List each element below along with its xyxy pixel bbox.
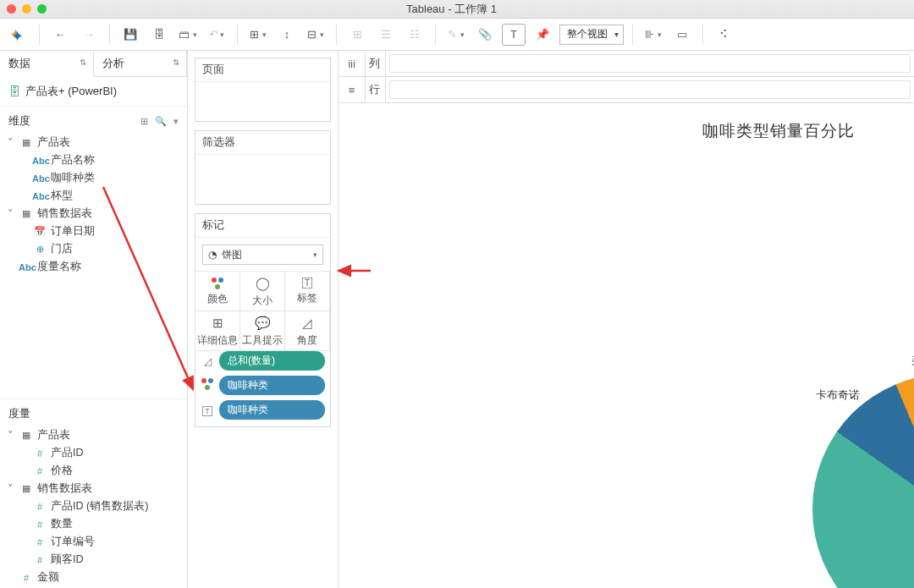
datasource-name: 产品表+ (PowerBI)	[25, 84, 117, 99]
save-button[interactable]: 💾	[118, 24, 142, 46]
tree-item[interactable]: ⊕门店	[0, 240, 187, 258]
marks-grid: 颜色 ◯大小 T标签 ⊞详细信息 💬工具提示 ◿角度	[195, 272, 330, 351]
clear-button[interactable]: ⊟▾	[304, 24, 328, 46]
slice-label: 卡布奇诺	[816, 387, 860, 403]
refresh-button[interactable]: 🗃▾	[176, 24, 200, 46]
show-me-button[interactable]: ⊪▾	[641, 24, 665, 46]
toolbar: ← → 💾 🗄 🗃▾ ↶▾ ⊞▾ ↕ ⊟▾ ⊞ ☰ ☷ ✎▾ 📎 T 📌 整个视…	[0, 19, 914, 51]
tree-item[interactable]: Abc度量名称	[0, 258, 187, 276]
dimensions-header: 维度 ⊞ 🔍 ▾	[0, 107, 187, 132]
chart-title: 咖啡类型销量百分比	[653, 120, 904, 142]
angle-icon: ◿	[302, 316, 312, 331]
color-icon	[212, 278, 223, 289]
tree-item[interactable]: #产品ID (销售数据表)	[0, 497, 187, 515]
dimensions-tree: ˅▦产品表Abc产品名称Abc咖啡种类Abc杯型˅▦销售数据表📅订单日期⊕门店A…	[0, 132, 187, 278]
tree-item[interactable]: Abc咖啡种类	[0, 169, 187, 187]
cards-column: 页面 筛选器 标记 ◔饼图 ▾ 颜色 ◯大小 T标签 ⊞详细信息 💬工具提示 ◿…	[188, 51, 339, 588]
tableau-logo-icon[interactable]	[7, 24, 30, 46]
main: 数据⇅ 分析⇅ 🗄 产品表+ (PowerBI) 维度 ⊞ 🔍 ▾ ˅▦产品表A…	[0, 51, 914, 588]
tree-item[interactable]: Abc杯型	[0, 187, 187, 205]
marks-pill-list: ◿总和(数量)咖啡种类T咖啡种类	[195, 351, 330, 426]
group-button[interactable]: ⊞	[345, 24, 369, 46]
tree-item[interactable]: #产品ID	[0, 444, 187, 462]
tree-item[interactable]: #数量	[0, 515, 187, 533]
tree-item[interactable]: ˅▦产品表	[0, 134, 187, 151]
pages-card[interactable]: 页面	[195, 58, 331, 122]
rows-icon: ≡	[339, 77, 366, 102]
window-controls	[7, 4, 47, 14]
pill-icon: T	[201, 404, 214, 416]
canvas[interactable]: 咖啡类型销量百分比 卡布奇诺美式摩卡拿铁	[339, 103, 914, 588]
pill-icon	[201, 378, 214, 393]
filters-card[interactable]: 筛选器	[195, 130, 331, 205]
presentation-icon[interactable]: ▭	[670, 24, 694, 46]
swap-rows-cols-button[interactable]: ⊞▾	[246, 24, 270, 46]
sort-asc-button[interactable]: ↕	[275, 24, 299, 46]
marks-tooltip[interactable]: 💬工具提示	[240, 310, 285, 351]
titlebar: Tableau - 工作簿 1	[0, 0, 914, 19]
tooltip-icon: 💬	[255, 316, 271, 331]
forward-button[interactable]: →	[77, 24, 101, 46]
highlight-button[interactable]: ✎▾	[444, 24, 468, 46]
measures-tree: ˅▦产品表#产品ID#价格˅▦销售数据表#产品ID (销售数据表)#数量#订单编…	[0, 425, 187, 588]
measures-header: 度量	[0, 398, 187, 425]
tree-item[interactable]: Abc产品名称	[0, 151, 187, 169]
tab-data[interactable]: 数据⇅	[0, 51, 94, 77]
search-icon[interactable]: 🔍	[155, 116, 167, 127]
pill[interactable]: T咖啡种类	[201, 400, 325, 420]
filters-title: 筛选器	[195, 131, 330, 155]
marks-angle[interactable]: ◿角度	[284, 310, 330, 351]
tree-item[interactable]: ˅▦产品表	[0, 426, 187, 444]
label-icon: T	[302, 278, 312, 289]
marks-title: 标记	[195, 214, 330, 238]
maximize-icon[interactable]	[37, 4, 47, 14]
new-datasource-button[interactable]: 🗄	[147, 24, 171, 46]
tree-item[interactable]: 📅订单日期	[0, 223, 187, 240]
marks-label[interactable]: T标签	[284, 271, 330, 311]
mark-type-dropdown[interactable]: ◔饼图 ▾	[202, 245, 323, 265]
share-icon[interactable]: ⠪	[712, 24, 735, 46]
datasource-row[interactable]: 🗄 产品表+ (PowerBI)	[0, 77, 187, 107]
sidebar-tabs: 数据⇅ 分析⇅	[0, 51, 187, 77]
attach-icon[interactable]: 📎	[473, 24, 497, 46]
window-title: Tableau - 工作簿 1	[47, 2, 856, 17]
size-icon: ◯	[256, 276, 270, 291]
view-as-icon[interactable]: ⊞	[140, 116, 148, 127]
columns-icon: iii	[339, 51, 366, 76]
tree-item[interactable]: #订单编号	[0, 533, 187, 551]
minimize-icon[interactable]	[22, 4, 31, 14]
pages-title: 页面	[195, 58, 330, 82]
pill-icon: ◿	[201, 355, 214, 367]
pill[interactable]: ◿总和(数量)	[201, 351, 325, 371]
marks-detail[interactable]: ⊞详细信息	[195, 310, 240, 351]
undo-icon[interactable]: ↶▾	[205, 24, 228, 46]
back-button[interactable]: ←	[48, 24, 72, 46]
sidebar: 数据⇅ 分析⇅ 🗄 产品表+ (PowerBI) 维度 ⊞ 🔍 ▾ ˅▦产品表A…	[0, 51, 188, 588]
datasource-icon: 🗄	[8, 85, 20, 98]
detail-icon: ⊞	[212, 316, 223, 331]
pie-icon: ◔	[208, 249, 217, 261]
marks-card: 标记 ◔饼图 ▾ 颜色 ◯大小 T标签 ⊞详细信息 💬工具提示 ◿角度 ◿总和(…	[195, 213, 331, 427]
tree-item[interactable]: ˅▦销售数据表	[0, 480, 187, 497]
text-label-button[interactable]: T	[502, 24, 526, 46]
fit-dropdown[interactable]: 整个视图	[559, 25, 624, 45]
menu-icon[interactable]: ▾	[173, 116, 179, 127]
pin-icon[interactable]: 📌	[531, 24, 554, 46]
tab-analytics[interactable]: 分析⇅	[94, 51, 188, 77]
pill[interactable]: 咖啡种类	[201, 376, 325, 395]
columns-shelf[interactable]: iii 列	[339, 51, 914, 77]
viz-area: iii 列 ≡ 行 咖啡类型销量百分比 卡布奇诺美式摩卡拿铁	[339, 51, 914, 588]
tree-item[interactable]: #价格	[0, 462, 187, 480]
marks-size[interactable]: ◯大小	[240, 271, 285, 311]
close-icon[interactable]	[7, 4, 16, 14]
rows-shelf[interactable]: ≡ 行	[339, 77, 914, 103]
marks-color[interactable]: 颜色	[195, 271, 240, 311]
sort-button[interactable]: ☷	[403, 24, 427, 46]
tree-item[interactable]: #金额	[0, 569, 187, 586]
tree-item[interactable]: ˅▦销售数据表	[0, 205, 187, 223]
tree-item[interactable]: #顾客ID	[0, 551, 187, 569]
totals-button[interactable]: ☰	[374, 24, 398, 46]
